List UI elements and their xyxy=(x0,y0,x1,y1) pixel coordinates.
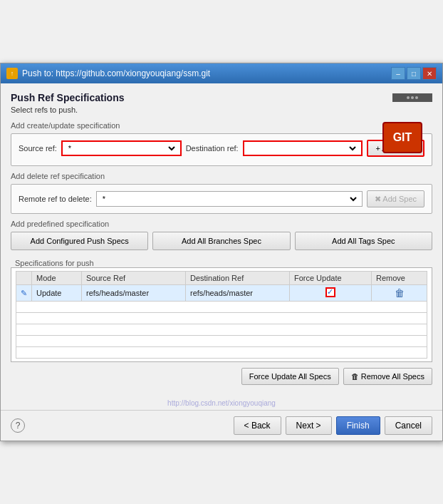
empty-cell xyxy=(16,313,427,324)
source-ref-label: Source ref: xyxy=(19,144,57,153)
bottom-nav: ? < Back Next > Finish Cancel xyxy=(1,410,442,441)
empty-row-1 xyxy=(16,302,427,313)
next-button[interactable]: Next > xyxy=(286,416,332,435)
source-dest-row: Source ref: * Destination ref: + Add Spe… xyxy=(19,140,424,157)
finish-button[interactable]: Finish xyxy=(336,416,380,435)
git-logo-dot3 xyxy=(415,96,418,99)
empty-row-3 xyxy=(16,324,427,336)
row-icon-cell: ✎ xyxy=(16,285,32,302)
close-button[interactable]: ✕ xyxy=(422,67,437,80)
source-ref-select[interactable]: * xyxy=(66,143,177,153)
row-mode-cell: Update xyxy=(32,285,82,302)
page-subtitle: Select refs to push. xyxy=(11,106,385,114)
empty-row-2 xyxy=(16,313,427,324)
add-configured-push-specs-button[interactable]: Add Configured Push Specs xyxy=(11,232,148,250)
table-row: ✎ Update refs/heads/master refs/heads/ma… xyxy=(16,285,427,302)
specs-for-push-label: Specifications for push xyxy=(11,256,432,267)
empty-row-5 xyxy=(16,347,427,359)
empty-cell xyxy=(16,336,427,347)
remove-all-specs-button[interactable]: 🗑 Remove All Specs xyxy=(343,368,432,385)
specs-table-header: Mode Source Ref Destination Ref Force Up… xyxy=(16,272,427,285)
specs-table: Mode Source Ref Destination Ref Force Up… xyxy=(16,271,427,359)
col-dest-ref: Destination Ref xyxy=(185,272,289,285)
remote-ref-select[interactable]: * xyxy=(100,194,359,204)
header-row: Mode Source Ref Destination Ref Force Up… xyxy=(16,272,427,285)
row-force-update-cell[interactable] xyxy=(289,285,371,302)
add-all-branches-spec-button[interactable]: Add All Branches Spec xyxy=(152,232,290,250)
specs-bottom-buttons: Force Update All Specs 🗑 Remove All Spec… xyxy=(11,368,432,385)
specs-section: Mode Source Ref Destination Ref Force Up… xyxy=(11,267,432,362)
add-create-update-section: Source ref: * Destination ref: + Add Spe… xyxy=(11,133,432,166)
watermark: http://blog.csdn.net/xiongyouqiang xyxy=(1,399,442,410)
minimize-button[interactable]: – xyxy=(391,67,405,80)
col-icon xyxy=(16,272,32,285)
header-text: Push Ref Specifications Select refs to p… xyxy=(11,92,385,121)
nav-buttons: < Back Next > Finish Cancel xyxy=(234,416,432,435)
row-source-ref-cell: refs/heads/master xyxy=(82,285,186,302)
header-area: Push Ref Specifications Select refs to p… xyxy=(11,92,432,121)
force-update-all-specs-button[interactable]: Force Update All Specs xyxy=(241,368,339,385)
main-content: Push Ref Specifications Select refs to p… xyxy=(1,83,442,399)
main-window: ↑ Push to: https://github.com/xiongyouqi… xyxy=(0,63,443,441)
remote-ref-row: Remote ref to delete: * ✖ Add Spec xyxy=(19,190,424,207)
git-logo-sub xyxy=(392,93,432,102)
remote-ref-label: Remote ref to delete: xyxy=(19,195,92,203)
col-force-update: Force Update xyxy=(289,272,371,285)
add-all-tags-spec-button[interactable]: Add All Tags Spec xyxy=(295,232,432,250)
git-logo-dot1 xyxy=(407,96,410,99)
add-spec-button-delete[interactable]: ✖ Add Spec xyxy=(367,190,424,207)
add-create-update-label: Add create/update specification xyxy=(11,121,432,130)
specs-for-push-area: Specifications for push Mode Source Ref … xyxy=(11,256,432,385)
col-mode: Mode xyxy=(32,272,82,285)
git-logo-dot2 xyxy=(411,96,414,99)
title-bar-controls: – □ ✕ xyxy=(391,67,437,80)
back-button[interactable]: < Back xyxy=(234,416,281,435)
row-dest-ref-cell: refs/heads/master xyxy=(185,285,289,302)
dest-ref-select[interactable] xyxy=(247,143,359,153)
title-bar-left: ↑ Push to: https://github.com/xiongyouqi… xyxy=(6,68,210,79)
source-ref-box[interactable]: * xyxy=(61,140,182,156)
window-icon: ↑ xyxy=(6,68,18,79)
specs-table-body: ✎ Update refs/heads/master refs/heads/ma… xyxy=(16,285,427,359)
page-title: Push Ref Specifications xyxy=(11,92,385,103)
maximize-button[interactable]: □ xyxy=(407,67,421,80)
empty-cell xyxy=(16,347,427,359)
trash-icon[interactable]: 🗑 xyxy=(395,287,405,299)
title-bar: ↑ Push to: https://github.com/xiongyouqi… xyxy=(1,63,442,83)
row-remove-cell[interactable]: 🗑 xyxy=(372,285,427,302)
empty-row-4 xyxy=(16,336,427,347)
add-delete-ref-label: Add delete ref specification xyxy=(11,172,432,180)
add-delete-ref-section: Remote ref to delete: * ✖ Add Spec xyxy=(11,184,432,214)
predefined-row: Add Configured Push Specs Add All Branch… xyxy=(11,232,432,250)
dest-ref-label: Destination ref: xyxy=(186,144,239,153)
empty-cell xyxy=(16,324,427,336)
add-predefined-label: Add predefined specification xyxy=(11,220,432,228)
col-remove: Remove xyxy=(372,272,427,285)
force-update-checkbox[interactable] xyxy=(325,287,335,297)
dest-ref-box[interactable] xyxy=(243,140,363,156)
git-logo: GIT xyxy=(382,122,422,153)
empty-cell xyxy=(16,302,427,313)
col-source-ref: Source Ref xyxy=(82,272,186,285)
cancel-button[interactable]: Cancel xyxy=(385,416,432,435)
remote-ref-input[interactable]: * xyxy=(96,191,363,207)
table-container: Mode Source Ref Destination Ref Force Up… xyxy=(11,268,432,361)
git-logo-container: GIT xyxy=(392,92,432,102)
help-button[interactable]: ? xyxy=(11,418,25,433)
window-title: Push to: https://github.com/xiongyouqian… xyxy=(22,68,210,78)
